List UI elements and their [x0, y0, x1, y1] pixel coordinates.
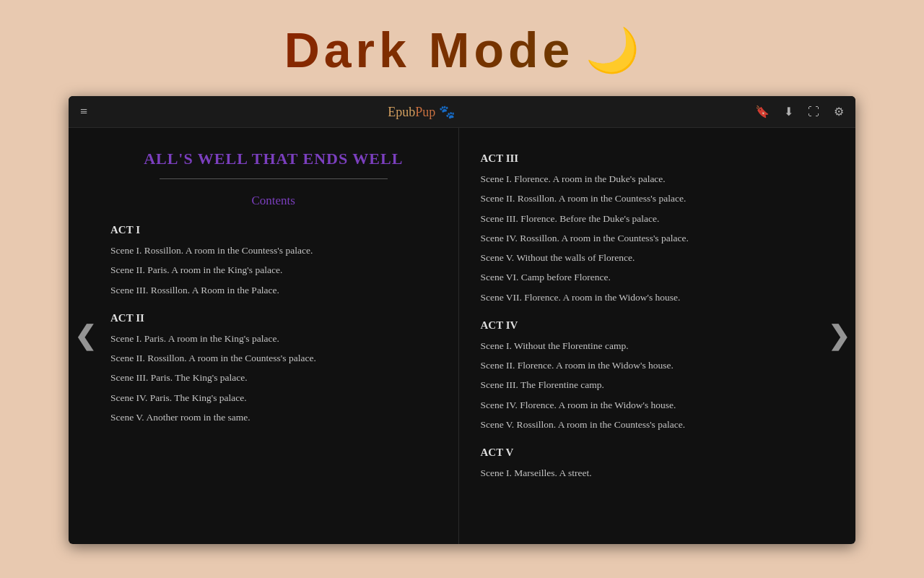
act-group: ACT VScene I. Marseilles. A street. — [481, 447, 807, 480]
moon-icon: 🌙 — [585, 25, 640, 76]
scene-item[interactable]: Scene VI. Camp before Florence. — [481, 270, 807, 285]
scene-item[interactable]: Scene V. Rossillon. A room in the Counte… — [481, 418, 807, 432]
scene-item[interactable]: Scene I. Marseilles. A street. — [481, 466, 807, 480]
contents-label: Contents — [110, 194, 437, 208]
title-divider — [160, 178, 388, 179]
scene-item[interactable]: Scene V. Another room in the same. — [110, 410, 437, 425]
prev-page-arrow[interactable]: ❮ — [74, 321, 96, 351]
scene-item[interactable]: Scene II. Florence. A room in the Widow'… — [481, 358, 807, 373]
scene-item[interactable]: Scene VII. Florence. A room in the Widow… — [481, 290, 807, 305]
scene-item[interactable]: Scene III. Rossillon. A Room in the Pala… — [110, 283, 437, 298]
act-group: ACT IIIScene I. Florence. A room in the … — [481, 152, 807, 305]
scene-item[interactable]: Scene I. Rossillon. A room in the Counte… — [110, 243, 437, 258]
book-content: ALL'S WELL THAT ENDS WELL Contents ACT I… — [69, 128, 855, 544]
act-heading: ACT III — [481, 152, 807, 165]
scene-item[interactable]: Scene I. Paris. A room in the King's pal… — [110, 332, 437, 346]
fullscreen-icon[interactable]: ⛶ — [808, 105, 819, 118]
bookmark-icon[interactable]: 🔖 — [755, 105, 770, 118]
right-acts: ACT IIIScene I. Florence. A room in the … — [481, 152, 807, 480]
dark-mode-title: Dark Mode — [284, 22, 575, 78]
act-heading: ACT I — [110, 224, 437, 236]
reader-container: ≡ EpubPup 🐾 🔖 ⬇ ⛶ ⚙ ❮ ALL'S WELL THAT EN… — [69, 96, 855, 544]
book-title: ALL'S WELL THAT ENDS WELL — [110, 150, 437, 168]
act-heading: ACT II — [110, 312, 437, 324]
scene-item[interactable]: Scene I. Without the Florentine camp. — [481, 339, 807, 353]
toolbar-center: EpubPup 🐾 — [388, 104, 455, 120]
page-header: Dark Mode 🌙 — [284, 0, 640, 96]
act-group: ACT IScene I. Rossillon. A room in the C… — [110, 224, 437, 298]
scene-item[interactable]: Scene IV. Paris. The King's palace. — [110, 391, 437, 405]
app-icon: 🐾 — [435, 105, 455, 119]
scene-item[interactable]: Scene I. Florence. A room in the Duke's … — [481, 172, 807, 186]
next-page-arrow[interactable]: ❯ — [828, 321, 850, 351]
scene-item[interactable]: Scene III. Florence. Before the Duke's p… — [481, 212, 807, 226]
left-column: ALL'S WELL THAT ENDS WELL Contents ACT I… — [103, 128, 459, 544]
scene-item[interactable]: Scene III. Paris. The King's palace. — [110, 371, 437, 385]
hamburger-icon[interactable]: ≡ — [80, 104, 87, 119]
toolbar: ≡ EpubPup 🐾 🔖 ⬇ ⛶ ⚙ — [69, 96, 855, 128]
act-heading: ACT IV — [481, 319, 807, 332]
app-name: EpubPup 🐾 — [388, 104, 455, 120]
left-acts: ACT IScene I. Rossillon. A room in the C… — [110, 224, 437, 425]
scene-item[interactable]: Scene III. The Florentine camp. — [481, 378, 807, 392]
download-icon[interactable]: ⬇ — [784, 105, 793, 118]
scene-item[interactable]: Scene II. Rossillon. A room in the Count… — [110, 351, 437, 366]
scene-item[interactable]: Scene II. Paris. A room in the King's pa… — [110, 263, 437, 277]
toolbar-left: ≡ — [80, 104, 87, 119]
act-group: ACT IVScene I. Without the Florentine ca… — [481, 319, 807, 432]
right-column: ACT IIIScene I. Florence. A room in the … — [459, 128, 821, 544]
act-group: ACT IIScene I. Paris. A room in the King… — [110, 312, 437, 425]
scene-item[interactable]: Scene II. Rossillon. A room in the Count… — [481, 191, 807, 206]
app-name-epub: Epub — [388, 105, 415, 119]
act-heading: ACT V — [481, 447, 807, 459]
scene-item[interactable]: Scene V. Without the walls of Florence. — [481, 251, 807, 265]
content-area: ❮ ALL'S WELL THAT ENDS WELL Contents ACT… — [69, 128, 855, 544]
scene-item[interactable]: Scene IV. Florence. A room in the Widow'… — [481, 398, 807, 413]
settings-icon[interactable]: ⚙ — [834, 105, 844, 118]
toolbar-right: 🔖 ⬇ ⛶ ⚙ — [755, 105, 844, 118]
scene-item[interactable]: Scene IV. Rossillon. A room in the Count… — [481, 231, 807, 246]
app-name-pup: Pup — [415, 105, 435, 119]
